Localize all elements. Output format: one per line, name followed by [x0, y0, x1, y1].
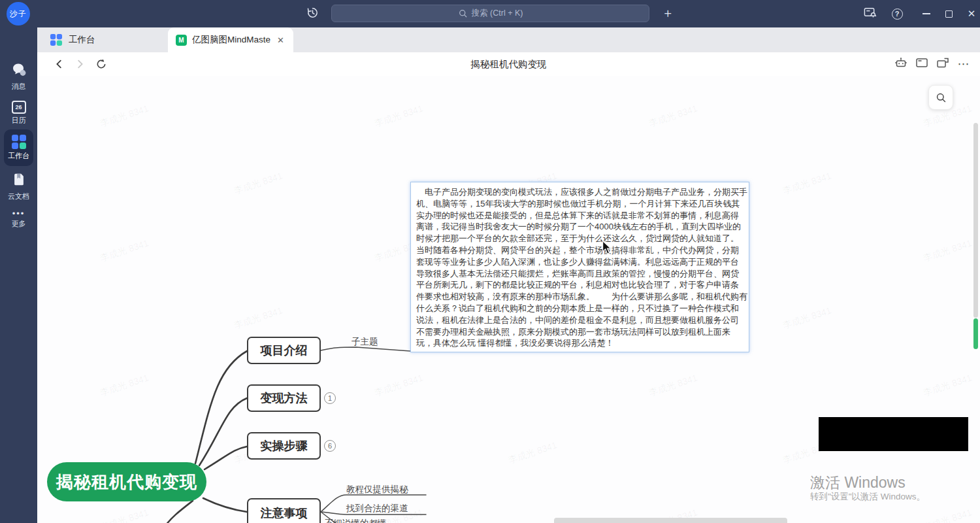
- ai-robot-button[interactable]: [894, 57, 908, 71]
- workbench-grid-icon: [50, 34, 62, 46]
- sidebar: 消息 26 日历 工作台 云文档 ••• 更多: [0, 27, 37, 523]
- avatar[interactable]: 沙子: [7, 2, 30, 25]
- detail-line: 离谱，我记得当时我舍友大一的时候分期了一个4000块钱左右的手机，直到大四毕业的: [416, 221, 743, 233]
- detail-line: 导致很多人基本无法偿还只能摆烂，烂账率高而且政策的管控，慢慢的分期平台、网贷: [416, 268, 743, 280]
- sidebar-item-more[interactable]: ••• 更多: [0, 211, 37, 229]
- tab-close-icon[interactable]: ✕: [276, 34, 286, 46]
- minimize-icon: [923, 13, 930, 14]
- note-node[interactable]: 找到合法的渠道: [346, 503, 408, 515]
- history-icon: [306, 7, 319, 22]
- detail-line: 说法，租机在法律上是合法的，中间的差价是租金不是利息，而且想要做租机服务公司: [416, 314, 743, 326]
- topic-node-intro[interactable]: 项目介绍: [247, 337, 321, 364]
- popout-button[interactable]: [936, 57, 950, 71]
- close-button[interactable]: ✕: [964, 7, 979, 21]
- windows-activation-title: 激活 Windows: [810, 473, 906, 493]
- maximize-icon: [945, 10, 953, 18]
- vertical-scrollbar-thumb[interactable]: [973, 123, 978, 318]
- workbench-notification-button[interactable]: [861, 6, 878, 22]
- sidebar-item-workbench[interactable]: 工作台: [0, 135, 37, 161]
- chat-bubbles-icon: [10, 61, 27, 80]
- topic-node-steps[interactable]: 实操步骤: [247, 432, 321, 460]
- detail-line: 件要求也相对较高，没有原来的那种市场乱象。 为什么要讲那么多呢，和租机代购有: [416, 291, 743, 303]
- sidebar-item-label: 日历: [12, 116, 26, 126]
- sidebar-item-clouddocs[interactable]: 云文档: [0, 173, 37, 201]
- search-icon: [458, 8, 468, 18]
- detail-line: 实办理的时候也还是能接受的，但是总体算下来的话就是非常不划算的事情，利息高得: [416, 210, 743, 222]
- detail-line: 平台所剩无几，剩下的都是比较正规的平台，利息相对也比较合理了，对于客户申请条: [416, 279, 743, 291]
- tab-bar: 工作台 M 亿图脑图MindMaster ✕: [37, 27, 980, 52]
- detail-line: 什么关系？说白了租机代购和之前的分期本质上是一样的，只不过换了一种合作模式和: [416, 303, 743, 314]
- tab-label: 工作台: [69, 34, 95, 46]
- top-bar: 沙子 搜索 (Ctrl + K) ＋: [0, 0, 980, 27]
- search-input[interactable]: 搜索 (Ctrl + K): [331, 5, 649, 22]
- root-node[interactable]: 揭秘租机代购变现: [47, 462, 206, 501]
- subtopic-node[interactable]: 子主题: [351, 336, 378, 348]
- detail-line: 玩，具体怎么玩 懂得都懂，我没必要说得那么清楚！: [416, 337, 743, 349]
- sidebar-item-label: 云文档: [8, 192, 29, 201]
- popout-icon: [936, 56, 950, 73]
- note-node-clipped[interactable]: 不细说懂的都懂: [325, 518, 387, 523]
- tab-workbench[interactable]: 工作台: [41, 27, 165, 52]
- topic-node-notes[interactable]: 注意事项: [247, 498, 321, 523]
- detail-line: 不需要办理相关金融执照，原来分期模式的那一套市场玩法同样可以放到租机上面来: [416, 326, 743, 338]
- app-window: 沙子 搜索 (Ctrl + K) ＋: [0, 0, 980, 523]
- mindmaster-icon: M: [176, 35, 187, 46]
- sidebar-item-label: 工作台: [8, 151, 29, 161]
- help-button[interactable]: ?: [890, 7, 904, 21]
- new-tab-button[interactable]: ＋: [660, 5, 676, 21]
- sidebar-item-calendar[interactable]: 26 日历: [0, 101, 37, 126]
- note-node[interactable]: 教程仅提供揭秘: [346, 484, 408, 496]
- tab-mindmaster[interactable]: M 亿图脑图MindMaster ✕: [168, 27, 293, 52]
- search-icon: [936, 92, 947, 103]
- page-title: 揭秘租机代购变现: [37, 58, 980, 71]
- document-icon: [12, 173, 26, 190]
- search-placeholder: 搜索 (Ctrl + K): [472, 8, 523, 19]
- sidebar-item-messages[interactable]: 消息: [0, 61, 37, 92]
- robot-icon: [894, 56, 908, 73]
- collapse-badge[interactable]: 6: [324, 440, 336, 452]
- help-icon: ?: [892, 8, 903, 20]
- tab-label: 亿图脑图MindMaster: [192, 34, 270, 46]
- more-button[interactable]: ⋯: [956, 57, 971, 71]
- detail-line: 电子产品分期变现的变向模式玩法，应该很多人之前做过分期电子产品业务，分期买手: [416, 186, 743, 198]
- minimize-button[interactable]: [919, 8, 934, 20]
- topic-node-monetize[interactable]: 变现方法: [247, 384, 321, 412]
- panel-bell-icon: [863, 6, 877, 22]
- horizontal-scrollbar-thumb[interactable]: [554, 518, 787, 523]
- history-button[interactable]: [304, 6, 320, 22]
- collapse-badge[interactable]: 1: [324, 392, 336, 404]
- canvas-search-button[interactable]: [928, 85, 953, 110]
- more-dots-icon: •••: [12, 211, 25, 217]
- detail-line: 套现等等业务让多少人陷入深渊，也让多少人赚得盆满钵满。利息远远高于正规的平台: [416, 256, 743, 268]
- sidebar-item-label: 更多: [12, 219, 26, 229]
- sidebar-item-label: 消息: [12, 82, 26, 92]
- detail-line: 当时随着各种分期贷、网贷平台的兴起，整个市场被搞得非常乱，中介代办网贷，分期: [416, 245, 743, 256]
- workbench-grid-icon: [12, 135, 26, 149]
- redaction-box: [819, 417, 968, 451]
- detail-line: 时候才把那一个平台的欠款全部还完，至于为什么还这么久，贷过网贷的人就知道了。: [416, 233, 743, 245]
- detail-text-node[interactable]: 电子产品分期变现的变向模式玩法，应该很多人之前做过分期电子产品业务，分期买手 机…: [410, 182, 749, 352]
- window-icon: [915, 56, 929, 73]
- window-view-button[interactable]: [915, 57, 929, 71]
- document-toolbar: 揭秘租机代购变现: [37, 52, 980, 76]
- calendar-icon: 26: [12, 101, 26, 114]
- vertical-scrollbar-indicator[interactable]: [973, 318, 978, 349]
- windows-activation-subtitle: 转到"设置"以激活 Windows。: [810, 491, 925, 503]
- detail-line: 机、电脑等等，15年我读大学的那时候也做过手机分期，一个月计算下来还几百块钱其: [416, 198, 743, 210]
- maximize-button[interactable]: [941, 8, 956, 20]
